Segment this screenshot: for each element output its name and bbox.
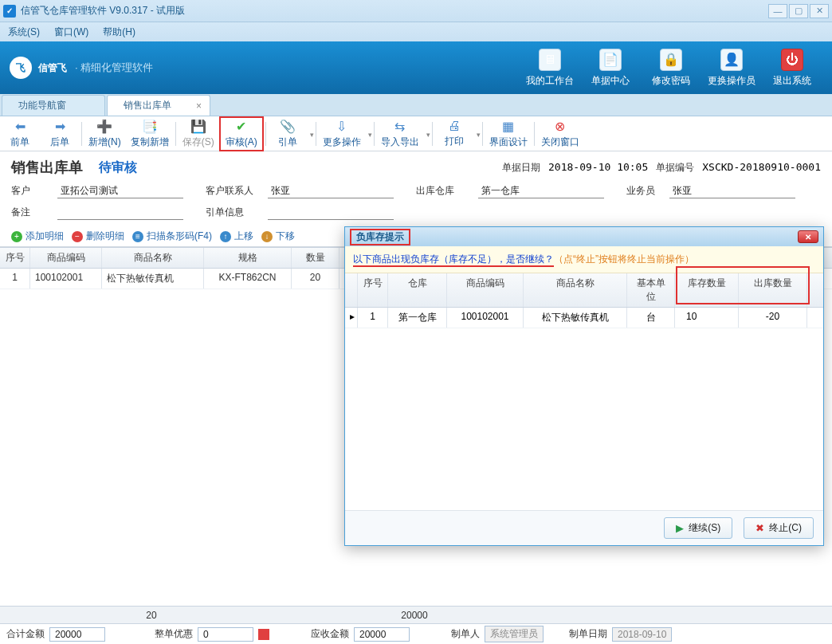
barcode-icon: ≡ (132, 231, 143, 242)
switch-user-button[interactable]: 👤更换操作员 (701, 49, 762, 88)
salesperson-label: 业务员 (626, 184, 663, 198)
stop-icon: ✖ (755, 522, 764, 534)
sum-qty: 20 (0, 610, 303, 621)
copy-icon: 📑 (142, 119, 158, 134)
logo: 飞 信管飞 · 精细化管理软件 (10, 57, 153, 79)
page-title: 销售出库单 (11, 158, 83, 177)
add-button[interactable]: ➕新增(N) (84, 116, 126, 151)
more-button[interactable]: ⇩更多操作▾ (318, 116, 366, 151)
move-down-button[interactable]: ↓下移 (261, 230, 295, 243)
prev-button[interactable]: ⬅前单 (0, 116, 40, 151)
app-icon: ✓ (3, 5, 16, 18)
close-icon[interactable]: × (196, 100, 202, 112)
arrow-down-icon: ↓ (261, 231, 273, 242)
delete-line-button[interactable]: −删除明细 (72, 230, 124, 243)
discount-field[interactable]: 0 (198, 627, 253, 642)
save-button[interactable]: 💾保存(S) (178, 116, 219, 151)
date-label: 单据日期 (502, 161, 540, 175)
titlebar: ✓ 信管飞仓库管理软件 V9.0.317 - 试用版 — ▢ ✕ (0, 0, 832, 22)
warehouse-label: 出库仓库 (416, 184, 472, 198)
check-icon: ✔ (236, 119, 246, 134)
docno-value: XSCKD-20180910-0001 (702, 161, 821, 174)
col-spec: 规格 (204, 248, 292, 268)
contact-label: 客户联系人 (206, 184, 261, 198)
discount-label: 整单优惠 (155, 627, 193, 641)
customer-field[interactable] (57, 183, 183, 198)
workbench-button[interactable]: 🖥我的工作台 (520, 49, 580, 88)
docno-label: 单据编号 (656, 161, 694, 175)
menu-system[interactable]: 系统(S) (8, 26, 40, 39)
dialog-table-row[interactable]: ▸ 1 第一仓库 100102001 松下热敏传真机 台 10 -20 (345, 308, 823, 328)
copy-add-button[interactable]: 📑复制新增 (126, 116, 174, 151)
continue-icon: ▶ (676, 522, 684, 534)
maximize-button[interactable]: ▢ (789, 4, 808, 18)
dialog-footer: ▶继续(S) ✖终止(C) (345, 510, 823, 545)
link-icon: 📎 (280, 119, 296, 134)
exit-button[interactable]: ⏻退出系统 (762, 49, 822, 88)
plus-icon: ➕ (96, 119, 112, 134)
change-password-button[interactable]: 🔒修改密码 (641, 49, 701, 88)
import-export-button[interactable]: ⇆导入导出▾ (376, 116, 424, 151)
plus-icon: + (11, 231, 22, 242)
print-button[interactable]: 🖨打印▾ (434, 116, 474, 151)
dialog-grid-header: 序号 仓库 商品编码 商品名称 基本单位 库存数量 出库数量 (345, 273, 823, 308)
audit-button[interactable]: ✔审核(A) (219, 116, 264, 151)
minus-icon: − (72, 231, 83, 242)
chevron-down-icon: ▾ (426, 131, 430, 139)
refinfo-field[interactable] (268, 205, 394, 220)
layout-button[interactable]: ▦界面设计 (485, 116, 532, 151)
abort-button[interactable]: ✖终止(C) (744, 517, 814, 539)
col-code: 商品编码 (30, 248, 102, 268)
receivable-label: 应收金额 (311, 627, 349, 641)
continue-button[interactable]: ▶继续(S) (664, 517, 732, 539)
arrow-left-icon: ⬅ (15, 119, 26, 134)
menu-window[interactable]: 窗口(W) (54, 26, 88, 39)
contact-field[interactable] (268, 183, 394, 198)
document-center-button[interactable]: 📄单据中心 (580, 49, 641, 88)
next-button[interactable]: ➡后单 (40, 116, 80, 151)
salesperson-field[interactable] (669, 183, 795, 198)
close-button[interactable]: ✕ (810, 4, 829, 18)
creator-field: 系统管理员 (485, 626, 544, 642)
power-icon: ⏻ (781, 49, 803, 71)
receivable-field[interactable]: 20000 (354, 627, 410, 642)
move-up-button[interactable]: ↑上移 (220, 230, 253, 243)
footer-summary: 20 20000 (0, 606, 832, 623)
chevron-down-icon: ▾ (310, 131, 314, 139)
close-tab-button[interactable]: ⊗关闭窗口 (536, 116, 584, 151)
arrow-up-icon: ↑ (220, 231, 231, 242)
total-field[interactable]: 20000 (49, 627, 105, 642)
dialog-titlebar: 负库存提示 ✕ (345, 227, 823, 246)
toolbar: ⬅前单 ➡后单 ➕新增(N) 📑复制新增 💾保存(S) ✔审核(A) 📎引单▾ … (0, 116, 832, 151)
creator-label: 制单人 (451, 627, 480, 641)
window-title: 信管飞仓库管理软件 V9.0.317 - 试用版 (21, 4, 768, 18)
dialog-title: 负库存提示 (350, 229, 410, 245)
dialog-close-button[interactable]: ✕ (798, 230, 818, 243)
col-idx: 序号 (0, 248, 30, 268)
add-line-button[interactable]: +添加明细 (11, 230, 64, 243)
monitor-icon: 🖥 (539, 49, 561, 71)
scan-barcode-button[interactable]: ≡扫描条形码(F4) (132, 230, 212, 243)
reference-doc-button[interactable]: 📎引单▾ (268, 116, 308, 151)
tab-sales-outbound[interactable]: 销售出库单× (107, 95, 210, 116)
remark-field[interactable] (57, 205, 183, 220)
create-date-label: 制单日期 (569, 627, 607, 641)
create-date-field: 2018-09-10 (612, 627, 672, 642)
brand-text: 信管飞 (38, 61, 67, 75)
list-icon: 📄 (599, 49, 622, 71)
menu-help[interactable]: 帮助(H) (103, 26, 135, 39)
edit-icon[interactable] (258, 629, 269, 640)
header-banner: 飞 信管飞 · 精细化管理软件 🖥我的工作台 📄单据中心 🔒修改密码 👤更换操作… (0, 41, 832, 94)
document-header: 销售出库单 待审核 单据日期 2018-09-10 10:05 单据编号 XSC… (0, 151, 832, 180)
logo-icon: 飞 (10, 57, 32, 79)
minimize-button[interactable]: — (768, 4, 787, 18)
dialog-message: 以下商品出现负库存（库存不足），是否继续？（点“终止”按钮将终止当前操作） (345, 246, 823, 273)
close-window-icon: ⊗ (555, 119, 565, 134)
arrow-right-icon: ➡ (55, 119, 65, 134)
transfer-icon: ⇆ (394, 119, 405, 134)
tab-navigation[interactable]: 功能导航窗 (2, 95, 105, 116)
chevron-down-icon: ▾ (368, 131, 372, 139)
remark-label: 备注 (11, 206, 51, 219)
warehouse-field[interactable] (478, 183, 604, 198)
brand-subtitle: · 精细化管理软件 (75, 61, 153, 75)
